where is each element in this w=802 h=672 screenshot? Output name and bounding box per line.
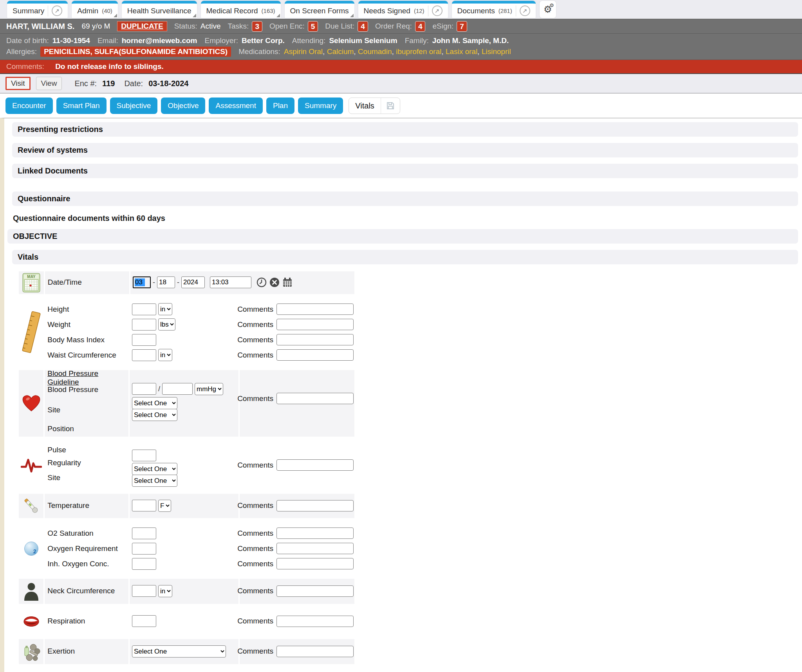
external-arrow-icon[interactable]: ↗ [520, 5, 530, 16]
due-list-badge[interactable]: 4 [358, 21, 368, 32]
settings-gear-button[interactable]: ⚙ ⚙ [540, 1, 556, 18]
height-unit-select[interactable]: in [158, 303, 172, 315]
section-review-of-systems[interactable]: Review of systems [12, 143, 798, 157]
external-arrow-icon[interactable]: ↗ [52, 5, 62, 16]
o2-saturation-comments-input[interactable] [276, 527, 354, 539]
date-month-input[interactable] [133, 276, 151, 288]
objective-button[interactable]: Objective [161, 98, 205, 114]
medication[interactable]: Lasix oral [446, 47, 477, 56]
weight-input[interactable] [132, 319, 156, 331]
vitals-active-tab[interactable]: Vitals [349, 98, 400, 114]
esign-badge[interactable]: 7 [457, 21, 467, 32]
bp-systolic-input[interactable] [132, 383, 156, 395]
tab-documents[interactable]: Documents (281) ↗ [452, 1, 536, 18]
calendar-picker-icon[interactable] [282, 277, 293, 287]
bmi-input[interactable] [132, 334, 156, 346]
tab-health-surveillance[interactable]: Health Surveillance [122, 1, 197, 18]
date-day-input[interactable] [157, 276, 175, 288]
temperature-comments-input[interactable] [276, 500, 354, 511]
weight-unit-select[interactable]: lbs [158, 318, 175, 331]
tab-needs-signed[interactable]: Needs Signed (12) ↗ [358, 1, 448, 18]
pulse-input[interactable] [132, 450, 156, 461]
height-comments-input[interactable] [276, 303, 354, 315]
tab-label: Documents [457, 7, 495, 15]
waist-input[interactable] [132, 349, 156, 361]
bp-site-select[interactable]: Select One [132, 397, 177, 409]
oxygen-requirement-comments-input[interactable] [276, 543, 354, 554]
oxygen-requirement-input[interactable] [132, 543, 156, 555]
divider [48, 5, 48, 16]
section-objective[interactable]: OBJECTIVE [7, 229, 798, 244]
patient-comments-bar: Comments: Do not release info to sibling… [0, 60, 802, 74]
neck-comments-input[interactable] [276, 585, 354, 597]
medication[interactable]: Aspirin Oral [284, 47, 323, 56]
medication[interactable]: Calcium [327, 47, 354, 56]
temperature-input[interactable] [132, 500, 156, 511]
allergies-value[interactable]: PENICILLINS, SULFA(SULFONAMIDE ANTIBIOTI… [40, 47, 231, 57]
exertion-comments-input[interactable] [276, 646, 354, 657]
caret-icon [276, 14, 280, 17]
tab-admin[interactable]: Admin (40) [72, 1, 118, 18]
respiration-input[interactable] [132, 615, 156, 627]
save-icon[interactable] [381, 98, 400, 114]
assessment-button[interactable]: Assessment [209, 98, 262, 114]
section-questionnaire[interactable]: Questionnaire [12, 191, 798, 206]
bp-unit-select[interactable]: mmHg [195, 383, 223, 395]
inh-oxygen-comments-input[interactable] [276, 558, 354, 569]
height-input[interactable] [132, 303, 156, 315]
tasks-badge[interactable]: 3 [252, 21, 262, 32]
tab-summary[interactable]: Summary ↗ [7, 1, 68, 18]
comments-label: Comments [237, 320, 273, 329]
temperature-unit-select[interactable]: F [158, 500, 171, 512]
summary-button[interactable]: Summary [298, 98, 343, 114]
external-arrow-icon[interactable]: ↗ [432, 5, 443, 16]
pulse-ecg-icon [19, 442, 43, 488]
pulse-site-select[interactable]: Select One [132, 475, 177, 487]
bp-position-select[interactable]: Select One [132, 409, 177, 421]
weight-comments-input[interactable] [276, 319, 354, 330]
inh-oxygen-input[interactable] [132, 558, 156, 570]
medication[interactable]: ibuprofen oral [396, 47, 441, 56]
exertion-select[interactable]: Select One [132, 645, 226, 658]
waist-label: Waist Circumference [47, 351, 116, 359]
smart-plan-button[interactable]: Smart Plan [56, 98, 107, 114]
subjective-button[interactable]: Subjective [110, 98, 158, 114]
o2-saturation-label: O2 Saturation [47, 529, 93, 538]
patient-name: HART, WILLIAM S. [6, 22, 74, 31]
view-button[interactable]: View [36, 77, 62, 90]
encounter-button[interactable]: Encounter [5, 98, 53, 114]
heart-icon [19, 370, 43, 437]
open-enc-badge[interactable]: 5 [308, 21, 318, 32]
bmi-comments-input[interactable] [276, 334, 354, 345]
tab-medical-record[interactable]: Medical Record (163) [201, 1, 281, 18]
duplicate-flag[interactable]: DUPLICATE [117, 21, 167, 31]
caret-icon [350, 14, 354, 17]
respiration-comments-input[interactable] [276, 616, 354, 627]
regularity-select[interactable]: Select One [132, 463, 177, 475]
waist-unit-select[interactable]: in [158, 349, 172, 361]
section-presenting-restrictions[interactable]: Presenting restrictions [12, 122, 798, 137]
bp-guideline-link[interactable]: Blood Pressure Guideline [47, 369, 127, 387]
bp-comments-input[interactable] [276, 393, 354, 404]
section-linked-documents[interactable]: Linked Documents [12, 164, 798, 178]
order-req-badge[interactable]: 4 [415, 21, 426, 32]
tab-on-screen-forms[interactable]: On Screen Forms [285, 1, 354, 18]
open-enc-label: Open Enc: [269, 22, 305, 31]
waist-comments-input[interactable] [276, 349, 354, 361]
clear-datetime-icon[interactable] [269, 277, 280, 287]
neck-input[interactable] [132, 585, 156, 597]
date-year-input[interactable] [181, 276, 205, 288]
neck-unit-select[interactable]: in [158, 585, 172, 597]
temperature-comments-cell: Comments [240, 494, 354, 518]
section-vitals[interactable]: Vitals [12, 250, 798, 264]
visit-button[interactable]: Visit [5, 77, 31, 90]
plan-button[interactable]: Plan [266, 98, 294, 114]
clock-icon[interactable] [256, 277, 267, 287]
medication[interactable]: Lisinopril [482, 47, 511, 56]
medication[interactable]: Coumadin [358, 47, 392, 56]
exertion-comments-cell: Comments [240, 639, 354, 664]
bp-diastolic-input[interactable] [162, 383, 193, 395]
time-input[interactable] [210, 276, 251, 288]
o2-saturation-input[interactable] [132, 527, 156, 539]
pulse-comments-input[interactable] [276, 459, 354, 471]
